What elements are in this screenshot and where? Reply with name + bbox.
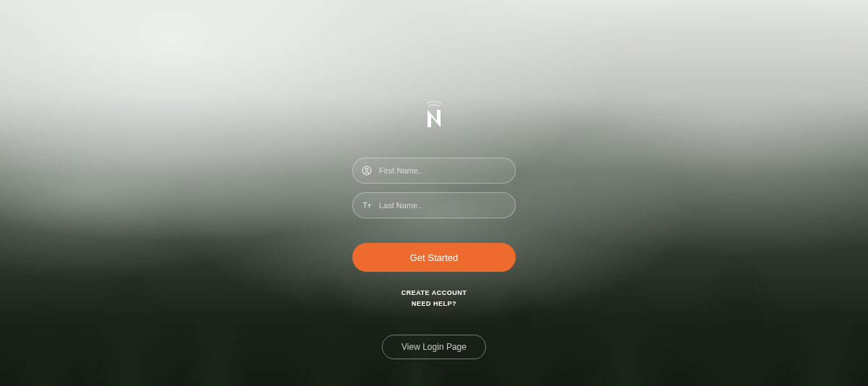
brand-logo <box>422 101 446 132</box>
need-help-link[interactable]: NEED HELP? <box>412 300 456 307</box>
first-name-input-wrap[interactable] <box>352 158 516 184</box>
svg-point-1 <box>365 168 368 171</box>
text-type-icon <box>362 200 372 210</box>
user-circle-icon <box>362 166 372 176</box>
last-name-input-wrap[interactable] <box>352 192 516 218</box>
aux-links: CREATE ACCOUNT NEED HELP? <box>401 289 467 307</box>
logo-n-icon <box>422 101 446 132</box>
create-account-link[interactable]: CREATE ACCOUNT <box>401 289 467 296</box>
get-started-button[interactable]: Get Started <box>352 243 516 272</box>
view-login-page-button[interactable]: View Login Page <box>382 335 486 359</box>
first-name-input[interactable] <box>379 166 506 175</box>
last-name-input[interactable] <box>379 201 506 210</box>
signup-panel: Get Started CREATE ACCOUNT NEED HELP? Vi… <box>0 0 868 386</box>
signup-form <box>352 158 516 218</box>
